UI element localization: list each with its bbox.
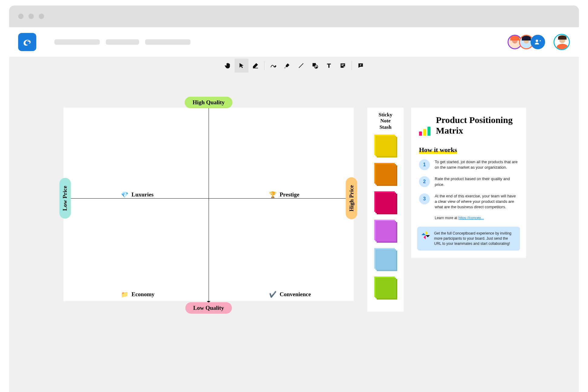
pen-tool[interactable] bbox=[266, 59, 280, 73]
maximize-window-icon[interactable] bbox=[39, 14, 44, 19]
toolbar-separator bbox=[352, 61, 352, 70]
promo-text: Get the full Conceptboard experience by … bbox=[434, 231, 516, 246]
shape-tool[interactable] bbox=[308, 59, 322, 73]
positioning-matrix[interactable]: High Quality Low Quality Low Price High … bbox=[63, 108, 354, 301]
sticky-note-tool[interactable] bbox=[336, 59, 350, 73]
minimize-window-icon[interactable] bbox=[28, 14, 34, 19]
promo-card: Get the full Conceptboard experience by … bbox=[417, 227, 520, 250]
info-panel: Product Positioning Matrix How it works … bbox=[411, 108, 526, 258]
toolbar bbox=[9, 57, 579, 74]
conceptboard-icon bbox=[421, 231, 430, 239]
add-collaborator-button[interactable] bbox=[531, 35, 545, 49]
sticky-orange[interactable] bbox=[374, 163, 397, 185]
diamond-icon: 💎 bbox=[121, 191, 128, 198]
step-text: At the end of this exercise, your team w… bbox=[435, 193, 518, 210]
sticky-note-stash: Sticky Note Stash bbox=[367, 108, 404, 312]
quadrant-luxuries[interactable]: 💎 Luxuries bbox=[121, 191, 154, 198]
axis-label-bottom[interactable]: Low Quality bbox=[185, 302, 232, 314]
folder-icon: 📁 bbox=[121, 291, 128, 298]
axis-label-top[interactable]: High Quality bbox=[185, 97, 232, 108]
axis-label-right[interactable]: High Price bbox=[346, 177, 357, 219]
step-1: 1 To get started, jot down all the produ… bbox=[419, 159, 518, 170]
app-logo[interactable] bbox=[18, 33, 36, 51]
breadcrumb-item[interactable] bbox=[145, 39, 190, 45]
quadrant-prestige[interactable]: 🏆 Prestige bbox=[269, 191, 299, 198]
window-controls bbox=[18, 14, 44, 19]
breadcrumb-item[interactable] bbox=[54, 39, 100, 45]
sticky-blue[interactable] bbox=[374, 248, 397, 271]
sticky-yellow[interactable] bbox=[374, 134, 397, 157]
quadrant-label: Economy bbox=[132, 291, 154, 298]
vertical-axis bbox=[209, 106, 209, 301]
step-text: To get started, jot down all the product… bbox=[435, 159, 518, 170]
horizontal-axis bbox=[65, 198, 352, 199]
axis-label-left[interactable]: Low Price bbox=[59, 178, 71, 219]
learn-more: Learn more at https://concep... bbox=[419, 216, 518, 220]
breadcrumb-item[interactable] bbox=[106, 39, 139, 45]
step-number: 2 bbox=[419, 176, 430, 187]
quadrant-label: Prestige bbox=[280, 191, 299, 198]
quadrant-economy[interactable]: 📁 Economy bbox=[121, 291, 154, 298]
close-window-icon[interactable] bbox=[18, 14, 24, 19]
comment-tool[interactable] bbox=[354, 59, 368, 73]
collaborators bbox=[508, 34, 570, 50]
highlighter-tool[interactable] bbox=[280, 59, 294, 73]
toolbar-separator bbox=[264, 61, 265, 70]
canvas[interactable]: High Quality Low Quality Low Price High … bbox=[9, 74, 579, 392]
step-2: 2 Rate the product based on their qualit… bbox=[419, 176, 518, 187]
line-tool[interactable] bbox=[294, 59, 308, 73]
app-header bbox=[9, 27, 579, 57]
check-icon: ✔️ bbox=[269, 291, 277, 298]
step-number: 1 bbox=[419, 159, 430, 170]
quadrant-label: Luxuries bbox=[132, 191, 154, 198]
panel-title: Product Positioning Matrix bbox=[436, 115, 518, 136]
hand-tool[interactable] bbox=[221, 59, 235, 73]
how-it-works-heading: How it works bbox=[419, 146, 457, 154]
eraser-tool[interactable] bbox=[249, 59, 262, 73]
sticky-purple[interactable] bbox=[374, 220, 397, 242]
learn-more-link[interactable]: https://concep... bbox=[458, 216, 484, 220]
sticky-stash-title: Sticky Note Stash bbox=[378, 112, 392, 130]
browser-chrome bbox=[9, 5, 579, 27]
bar-chart-icon bbox=[419, 115, 430, 136]
sticky-pink[interactable] bbox=[374, 191, 397, 214]
step-number: 3 bbox=[419, 193, 430, 204]
pointer-tool[interactable] bbox=[235, 59, 249, 73]
text-tool[interactable] bbox=[322, 59, 336, 73]
quadrant-label: Convenience bbox=[280, 291, 311, 298]
sticky-green[interactable] bbox=[374, 277, 397, 299]
quadrant-convenience[interactable]: ✔️ Convenience bbox=[269, 291, 311, 298]
trophy-icon: 🏆 bbox=[269, 191, 277, 198]
svg-point-0 bbox=[536, 40, 538, 42]
breadcrumb bbox=[54, 39, 190, 45]
step-3: 3 At the end of this exercise, your team… bbox=[419, 193, 518, 210]
step-text: Rate the product based on their quality … bbox=[435, 176, 518, 187]
user-avatar[interactable] bbox=[554, 34, 570, 50]
